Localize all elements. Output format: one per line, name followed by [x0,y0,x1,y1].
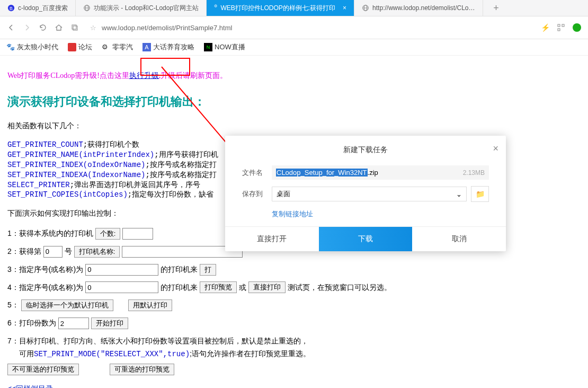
svg-text:B: B [10,6,13,11]
svg-rect-13 [558,24,560,27]
no-reselect-preview-button[interactable]: 不可重选的打印预览 [7,364,79,375]
index-input-4[interactable] [85,281,158,293]
use-default-button[interactable]: 用默认打印 [128,299,172,311]
close-icon[interactable]: × [343,4,346,12]
browser-toolbar: ☆www.lodop.net/demolist/PrintSample7.htm… [0,16,588,39]
bookmark-item[interactable]: 论坛 [68,42,92,52]
page-title: 演示获得打印设备和选择打印机输出： [7,92,581,111]
back-button[interactable] [5,22,17,33]
new-tab-button[interactable]: + [488,3,504,14]
bookmark-item[interactable]: 🐾灰太狼小时代 [6,42,58,52]
download-dialog: × 新建下载任务 文件名 CLodop_Setup_for_Win32NT.zi… [225,136,506,251]
svg-rect-11 [72,25,76,29]
bookmark-item[interactable]: NNOW直播 [204,42,245,52]
forward-button[interactable] [21,22,33,33]
tab-label: 功能演示 - Lodop和C-Lodop官网主站 [94,4,199,13]
open-button[interactable]: 直接打开 [225,227,319,251]
cancel-button[interactable]: 取消 [412,227,506,251]
row-3: 3：指定序号(或名称)为 的打印机来 打 [7,263,581,276]
gear-icon: ⚙ [102,43,110,51]
index-input-3[interactable] [85,264,158,276]
lightning-icon[interactable]: ⚡ [539,22,551,33]
wechat-icon[interactable] [571,22,583,33]
tab-3-active[interactable]: WEB打印控件LODOP的样例七:获得打印× [207,0,354,16]
reselect-preview-button[interactable]: 可重选的打印预览 [110,364,174,375]
filename-input[interactable]: CLodop_Setup_for_Win32NT.zip 2.13MB [272,165,489,180]
url-text: www.lodop.net/demolist/PrintSample7.html [102,24,232,32]
upgrade-notice: Web打印服务CLodop需升级!点击这里执行升级,升级后请刷新页面。 [7,69,581,82]
tab-1[interactable]: Bc-lodop_百度搜索 [0,0,76,16]
tab-label: http://www.lodop.net/demolist/CLo… [372,4,475,12]
browser-tabbar: Bc-lodop_百度搜索 功能演示 - Lodop和C-Lodop官网主站 W… [0,0,588,16]
file-size: 2.13MB [463,169,485,177]
browse-folder-button[interactable]: 📁 [471,186,489,202]
tabs-icon[interactable] [69,22,81,33]
baidu-icon: B [7,4,15,12]
qr-icon[interactable] [555,22,567,33]
tab-label: c-lodop_百度搜索 [18,4,68,13]
count-button[interactable]: 个数: [95,228,121,240]
select-default-button[interactable]: 临时选择一个为默认打印机 [21,299,113,311]
url-bar[interactable]: ☆www.lodop.net/demolist/PrintSample7.htm… [85,24,535,32]
download-button[interactable]: 下载 [319,227,413,251]
letter-icon: A [142,43,151,51]
svg-rect-12 [73,26,77,30]
tab-label: WEB打印控件LODOP的样例七:获得打印 [220,4,335,13]
bookmark-star-icon[interactable]: ☆ [90,24,96,32]
upgrade-link[interactable]: 执行升级 [129,72,159,80]
svg-point-16 [573,23,581,32]
funcs-intro: 相关函数有以下几个： [7,120,581,133]
now-icon: N [204,43,212,51]
svg-rect-14 [562,24,564,27]
paw-icon: 🐾 [6,43,15,51]
copy-link-button[interactable]: 复制链接地址 [272,210,313,218]
printer-name-button[interactable]: 打印机名称: [74,246,120,258]
home-button[interactable] [53,22,65,33]
dialog-title: 新建下载任务 [225,136,506,162]
count-output[interactable] [122,228,153,240]
start-print-button[interactable]: 开始打印 [91,318,128,329]
preview-button-4[interactable]: 打印预览 [200,281,237,293]
globe-icon [214,4,217,12]
svg-rect-15 [558,29,560,31]
globe-icon [83,4,91,12]
back-link[interactable]: <<回样例目录 [7,384,53,388]
globe-icon [362,4,369,12]
row-7: 7：目标打印机、打印方向、纸张大小和打印份数等设置项目被控制后，默认是禁止重选的… [7,335,581,375]
folder-icon: 📁 [476,190,485,198]
close-icon[interactable]: × [493,143,498,154]
tab-4[interactable]: http://www.lodop.net/demolist/CLo… [354,0,483,16]
row-5: 5： 临时选择一个为默认打印机 用默认打印 [7,299,581,312]
copies-input[interactable] [58,318,89,329]
print-button-3[interactable]: 打 [200,264,216,276]
print-button-4[interactable]: 直接打印 [248,281,286,293]
row-6: 6：打印份数为 开始打印 [7,317,581,330]
tab-2[interactable]: 功能演示 - Lodop和C-Lodop官网主站 [76,0,207,16]
chevron-down-icon: ⌄ [456,190,462,198]
reload-button[interactable] [37,22,49,33]
row-4: 4：指定序号(或名称)为 的打印机来 打印预览 或 直接打印 测试页，在预览窗口… [7,281,581,294]
bookmarks-bar: 🐾灰太狼小时代 论坛 ⚙零零汽 A大话养育攻略 NNOW直播 [0,39,588,56]
printer-index-input[interactable] [43,246,63,258]
saveto-label: 保存到 [242,189,272,199]
filename-label: 文件名 [242,168,272,178]
saveto-select[interactable]: 桌面 ⌄ [272,187,467,201]
bookmark-item[interactable]: ⚙零零汽 [102,42,133,52]
forum-icon [68,43,76,51]
bookmark-item[interactable]: A大话养育攻略 [142,42,194,52]
